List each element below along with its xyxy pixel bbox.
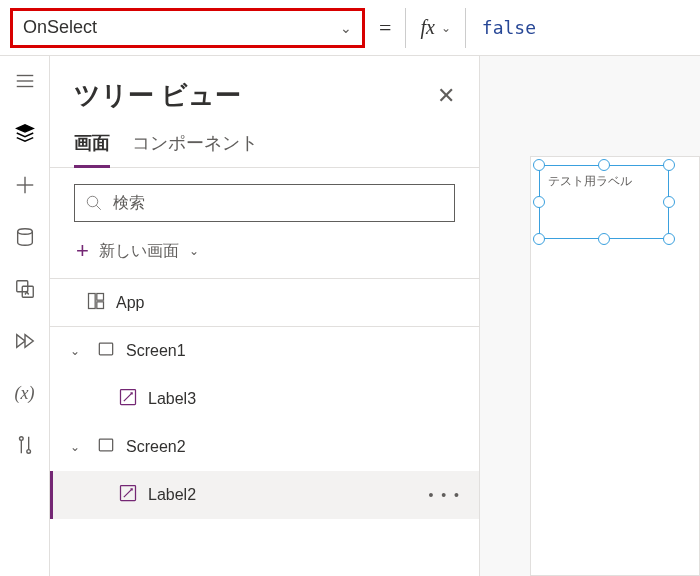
svg-rect-19: [99, 439, 112, 451]
property-name: OnSelect: [23, 17, 97, 38]
insert-icon[interactable]: [14, 174, 36, 196]
chevron-down-icon: ⌄: [441, 21, 451, 35]
label-icon: [118, 483, 138, 507]
variables-icon[interactable]: (x): [14, 382, 36, 404]
property-dropdown[interactable]: OnSelect ⌄: [10, 8, 365, 48]
svg-line-13: [96, 205, 101, 210]
equals-sign: =: [375, 15, 395, 41]
tree-item-screen1[interactable]: ⌄ Screen1: [50, 327, 479, 375]
svg-point-12: [87, 196, 98, 207]
media-icon[interactable]: [14, 278, 36, 300]
tree-item-label: Screen2: [126, 438, 186, 456]
tab-screens[interactable]: 画面: [74, 125, 110, 168]
close-icon[interactable]: ✕: [437, 83, 455, 109]
panel-title: ツリー ビュー: [74, 78, 241, 113]
resize-handle[interactable]: [533, 159, 545, 171]
fx-icon: fx: [420, 16, 434, 39]
chevron-down-icon[interactable]: ⌄: [70, 440, 86, 454]
selected-control[interactable]: テスト用ラベル: [539, 165, 669, 239]
power-automate-icon[interactable]: [14, 330, 36, 352]
tools-icon[interactable]: [14, 434, 36, 456]
tree-item-label: Label3: [148, 390, 196, 408]
resize-handle[interactable]: [598, 233, 610, 245]
svg-rect-14: [89, 293, 96, 308]
app-icon: [86, 291, 106, 315]
svg-rect-17: [99, 343, 112, 355]
tree-item-label: Label2: [148, 486, 196, 504]
search-placeholder: 検索: [113, 193, 145, 214]
resize-handle[interactable]: [663, 233, 675, 245]
screen-icon: [96, 435, 116, 459]
chevron-down-icon: ⌄: [340, 20, 352, 36]
resize-handle[interactable]: [663, 196, 675, 208]
svg-rect-16: [97, 301, 104, 308]
canvas-area[interactable]: テスト用ラベル: [480, 56, 700, 576]
screen-icon: [96, 339, 116, 363]
svg-point-10: [26, 450, 30, 454]
new-screen-label: 新しい画面: [99, 241, 179, 262]
svg-point-5: [17, 229, 32, 235]
tree-item-label2[interactable]: Label2 • • •: [50, 471, 479, 519]
resize-handle[interactable]: [533, 233, 545, 245]
data-icon[interactable]: [14, 226, 36, 248]
svg-point-8: [19, 437, 23, 441]
label-icon: [118, 387, 138, 411]
chevron-down-icon: ⌄: [189, 244, 199, 258]
formula-input[interactable]: false: [476, 8, 700, 48]
tree-item-label3[interactable]: Label3: [50, 375, 479, 423]
tree-item-label: Screen1: [126, 342, 186, 360]
tree-item-screen2[interactable]: ⌄ Screen2: [50, 423, 479, 471]
tree-view-icon[interactable]: [14, 122, 36, 144]
resize-handle[interactable]: [663, 159, 675, 171]
search-input[interactable]: 検索: [74, 184, 455, 222]
tree-item-label: App: [116, 294, 144, 312]
plus-icon: +: [76, 238, 89, 264]
canvas-surface[interactable]: テスト用ラベル: [530, 156, 700, 576]
more-icon[interactable]: • • •: [429, 487, 461, 503]
resize-handle[interactable]: [598, 159, 610, 171]
resize-handle[interactable]: [533, 196, 545, 208]
formula-value: false: [482, 17, 536, 38]
svg-rect-15: [97, 293, 104, 300]
new-screen-button[interactable]: + 新しい画面 ⌄: [50, 232, 479, 279]
tree-item-app[interactable]: App: [50, 279, 479, 327]
chevron-down-icon[interactable]: ⌄: [70, 344, 86, 358]
hamburger-icon[interactable]: [14, 70, 36, 92]
search-icon: [85, 194, 103, 212]
fx-button[interactable]: fx ⌄: [405, 8, 465, 48]
tab-components[interactable]: コンポーネント: [132, 125, 258, 167]
